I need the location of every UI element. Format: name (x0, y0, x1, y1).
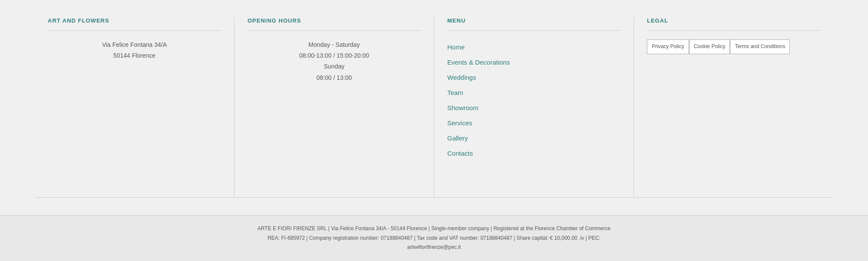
legal-column-header: LEGAL (647, 17, 820, 31)
footer-columns: ART AND FLOWERS Via Felice Fontana 34/A … (0, 0, 868, 215)
menu-item-events---decorations[interactable]: Events & Decorations (447, 55, 620, 70)
hours-line1: Monday - Saturday (248, 39, 421, 50)
art-column-content: Via Felice Fontana 34/A 50144 Florence (48, 39, 221, 61)
hours-line2: 08:00-13:00 / 15:00-20:00 (248, 50, 421, 61)
menu-column-header: MENU (447, 17, 620, 31)
art-column-header: ART AND FLOWERS (48, 17, 221, 31)
footer-bottom-line2: REA: FI-685972 | Company registration nu… (17, 234, 851, 243)
menu-item-services[interactable]: Services (447, 115, 620, 130)
footer-bottom: ARTE E FIORI FIRENZE SRL | Via Felice Fo… (0, 215, 868, 261)
legal-column-content: Privacy PolicyCookie PolicyTerms and Con… (647, 39, 820, 59)
policy-button-cookie-policy[interactable]: Cookie Policy (689, 39, 730, 54)
hours-column-header: OPENING HOURS (248, 17, 421, 31)
menu-item-showroom[interactable]: Showroom (447, 100, 620, 115)
menu-item-gallery[interactable]: Gallery (447, 130, 620, 146)
policy-button-privacy-policy[interactable]: Privacy Policy (647, 39, 689, 54)
footer-bottom-line3: arteefiorifirenze@pec.it (17, 243, 851, 252)
policy-button-terms-and-conditions[interactable]: Terms and Conditions (730, 39, 790, 54)
menu-item-team[interactable]: Team (447, 85, 620, 100)
footer: ART AND FLOWERS Via Felice Fontana 34/A … (0, 0, 868, 261)
menu-column: MENU HomeEvents & DecorationsWeddingsTea… (434, 17, 634, 198)
hours-line4: 08:00 / 13:00 (248, 72, 421, 83)
menu-column-content: HomeEvents & DecorationsWeddingsTeamShow… (447, 39, 620, 161)
menu-item-contacts[interactable]: Contacts (447, 146, 620, 161)
pec-email-link[interactable]: arteefiorifirenze@pec.it (407, 244, 461, 250)
art-and-flowers-column: ART AND FLOWERS Via Felice Fontana 34/A … (35, 17, 234, 198)
legal-column: LEGAL Privacy PolicyCookie PolicyTerms a… (634, 17, 833, 198)
menu-item-weddings[interactable]: Weddings (447, 70, 620, 85)
address-line1: Via Felice Fontana 34/A (48, 39, 221, 50)
address-line2: 50144 Florence (48, 50, 221, 61)
menu-item-home[interactable]: Home (447, 39, 620, 55)
opening-hours-column: OPENING HOURS Monday - Saturday 08:00-13… (234, 17, 434, 198)
hours-line3: Sunday (248, 61, 421, 72)
hours-column-content: Monday - Saturday 08:00-13:00 / 15:00-20… (248, 39, 421, 83)
footer-bottom-line1: ARTE E FIORI FIRENZE SRL | Via Felice Fo… (17, 224, 851, 234)
